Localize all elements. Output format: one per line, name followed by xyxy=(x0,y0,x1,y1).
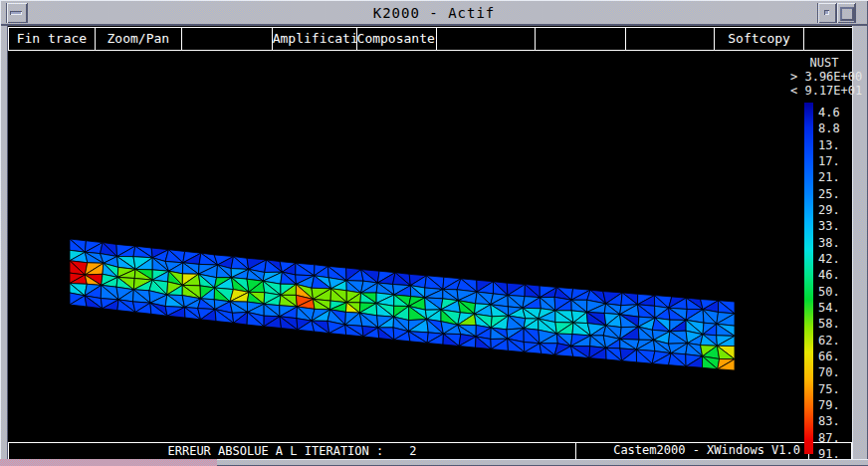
maximize-button[interactable] xyxy=(836,3,856,23)
status-app-version: Castem2000 - XWindows V1.0 xyxy=(576,443,809,459)
legend-tick: 50. xyxy=(818,285,858,299)
legend-tick: 8.8 xyxy=(818,121,858,135)
status-message: ERREUR ABSOLUE A L ITERATION : 2 xyxy=(8,443,576,459)
legend-tick: 54. xyxy=(818,301,858,315)
legend-tick: 4.6 xyxy=(818,106,858,119)
window-resize-handle[interactable] xyxy=(0,459,217,466)
legend-tick: 17. xyxy=(818,154,858,168)
minimize-icon xyxy=(824,10,829,15)
app-window: K2000 - Actif Fin traceZoom/PanAmplifica… xyxy=(0,0,868,466)
legend-tick: 29. xyxy=(818,203,858,217)
minimize-button[interactable] xyxy=(817,3,837,23)
legend-tick: 33. xyxy=(818,219,858,233)
legend-title: NUST xyxy=(792,56,856,70)
legend-tick: 62. xyxy=(818,334,858,348)
legend-tick: 42. xyxy=(818,252,858,266)
canvas-area: Fin traceZoom/PanAmplificationComposante… xyxy=(8,26,852,459)
legend-tick: 46. xyxy=(818,268,858,282)
legend-tick: 13. xyxy=(818,138,858,152)
legend-tick: 91. xyxy=(818,447,858,461)
window-title: K2000 - Actif xyxy=(0,5,868,21)
legend-tick: 38. xyxy=(818,236,858,250)
legend-colorbar xyxy=(804,103,813,454)
legend-tick: 83. xyxy=(818,414,858,428)
legend-tick: 87. xyxy=(818,431,858,445)
legend-ticks: 4.68.813.17.21.25.29.33.38.42.46.50.54.5… xyxy=(818,106,858,461)
titlebar[interactable]: K2000 - Actif xyxy=(0,0,868,26)
legend-tick: 58. xyxy=(818,317,858,331)
legend-tick: 70. xyxy=(818,365,858,379)
status-iteration-value: 2 xyxy=(409,443,416,459)
status-bar: ERREUR ABSOLUE A L ITERATION : 2 Castem2… xyxy=(8,442,852,459)
maximize-icon xyxy=(840,7,854,21)
window-frame-bottom[interactable] xyxy=(0,459,868,466)
legend-tick: 25. xyxy=(818,187,858,201)
legend-tick: 21. xyxy=(818,170,858,184)
legend-min-label: > 3.96E+00 xyxy=(790,70,862,84)
legend-max-label: < 9.17E+01 xyxy=(790,84,862,98)
fem-mesh-viewport[interactable] xyxy=(8,26,852,459)
window-frame-left[interactable] xyxy=(0,26,8,459)
legend-tick: 66. xyxy=(818,350,858,363)
legend-tick: 75. xyxy=(818,382,858,396)
legend-tick: 79. xyxy=(818,398,858,412)
status-message-label: ERREUR ABSOLUE A L ITERATION : xyxy=(168,443,384,459)
